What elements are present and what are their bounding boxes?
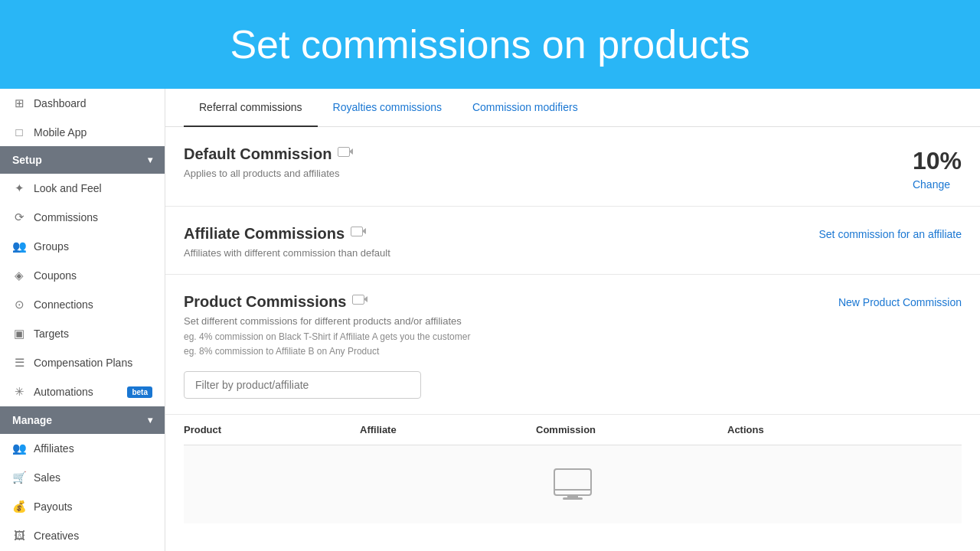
creatives-icon: 🖼 <box>12 529 26 542</box>
sidebar-item-commissions[interactable]: ⟳ Commissions <box>0 203 165 232</box>
affiliate-commissions-title: Affiliate Commissions <box>184 225 390 243</box>
video-icon-default <box>338 147 353 162</box>
svg-rect-3 <box>554 469 591 495</box>
example-text-1: eg. 4% commission on Black T-Shirt if Af… <box>184 330 470 359</box>
mobile-icon: □ <box>12 126 26 139</box>
product-commissions-section: Product Commissions Set different commis… <box>165 275 980 415</box>
payouts-icon: 💰 <box>12 500 26 514</box>
tabs-bar: Referral commissions Royalties commissio… <box>165 89 980 127</box>
product-commissions-table: Product Affiliate Commission Actions <box>165 415 980 523</box>
sales-icon: 🛒 <box>12 471 26 484</box>
connections-icon: ⊙ <box>12 298 26 311</box>
col-header-affiliate: Affiliate <box>360 424 536 435</box>
sidebar-item-mobile-app[interactable]: □ Mobile App <box>0 118 165 146</box>
sidebar-item-compensation-plans[interactable]: ☰ Compensation Plans <box>0 348 165 377</box>
default-commission-header: Default Commission Applies to all produc… <box>184 145 962 191</box>
manage-section-header[interactable]: Manage ▾ <box>0 406 165 434</box>
product-commissions-subtitle: Set different commissions for different … <box>184 315 470 327</box>
dashboard-icon: ⊞ <box>12 96 26 110</box>
sidebar-item-sales[interactable]: 🛒 Sales <box>0 463 165 492</box>
product-commissions-title: Product Commissions <box>184 293 470 311</box>
sidebar-item-coupons[interactable]: ◈ Coupons <box>0 261 165 290</box>
setup-section-header[interactable]: Setup ▾ <box>0 146 165 174</box>
commission-modifiers-tab[interactable]: Commission modifiers <box>457 89 593 127</box>
affiliate-commissions-section: Affiliate Commissions Affiliates with di… <box>165 207 980 275</box>
col-header-actions: Actions <box>727 424 962 435</box>
default-commission-subtitle: Applies to all products and affiliates <box>184 168 353 179</box>
default-commission-value: 10% <box>913 147 962 175</box>
col-header-product: Product <box>184 424 360 435</box>
default-commission-left: Default Commission Applies to all produc… <box>184 145 353 179</box>
look-icon: ✦ <box>12 181 26 195</box>
sidebar-item-creatives[interactable]: 🖼 Creatives <box>0 521 165 549</box>
referral-commissions-tab[interactable]: Referral commissions <box>184 89 318 127</box>
main-layout: ⊞ Dashboard □ Mobile App Setup ▾ ✦ Look … <box>0 89 980 551</box>
comp-plans-icon: ☰ <box>12 356 26 370</box>
sidebar-item-affiliates[interactable]: 👥 Affiliates <box>0 434 165 463</box>
affiliates-icon: 👥 <box>12 442 26 455</box>
affiliate-commissions-left: Affiliate Commissions Affiliates with di… <box>184 225 390 259</box>
svg-rect-6 <box>563 497 583 500</box>
content-area: Referral commissions Royalties commissio… <box>165 89 980 551</box>
groups-icon: 👥 <box>12 240 26 253</box>
video-icon-affiliate <box>351 227 366 242</box>
product-commissions-left: Product Commissions Set different commis… <box>184 293 470 359</box>
targets-icon: ▣ <box>12 327 26 341</box>
default-commission-section: Default Commission Applies to all produc… <box>165 127 980 207</box>
empty-table-row <box>184 445 962 523</box>
manage-chevron-icon: ▾ <box>148 415 152 425</box>
affiliate-commissions-header: Affiliate Commissions Affiliates with di… <box>184 225 962 259</box>
beta-badge: beta <box>127 386 152 398</box>
video-icon-product <box>352 295 368 310</box>
product-commissions-header: Product Commissions Set different commis… <box>184 293 962 359</box>
sidebar-item-groups[interactable]: 👥 Groups <box>0 232 165 261</box>
filter-input[interactable] <box>184 371 421 399</box>
coupons-icon: ◈ <box>12 269 26 282</box>
automations-icon: ✳ <box>12 385 26 399</box>
table-header-row: Product Affiliate Commission Actions <box>184 415 962 445</box>
sidebar-item-payouts[interactable]: 💰 Payouts <box>0 492 165 521</box>
sidebar-item-connections[interactable]: ⊙ Connections <box>0 290 165 319</box>
sidebar-item-dashboard[interactable]: ⊞ Dashboard <box>0 89 165 118</box>
svg-rect-0 <box>338 147 350 156</box>
change-commission-link[interactable]: Change <box>913 178 962 191</box>
set-commission-affiliate-link[interactable]: Set commission for an affiliate <box>819 225 962 240</box>
filter-wrap <box>184 359 962 399</box>
sidebar-item-look-and-feel[interactable]: ✦ Look and Feel <box>0 174 165 203</box>
sidebar-item-targets[interactable]: ▣ Targets <box>0 319 165 348</box>
affiliate-commissions-subtitle: Affiliates with different commission tha… <box>184 247 390 259</box>
sidebar: ⊞ Dashboard □ Mobile App Setup ▾ ✦ Look … <box>0 89 165 551</box>
default-commission-right: 10% Change <box>913 145 962 191</box>
svg-rect-1 <box>351 227 363 236</box>
setup-chevron-icon: ▾ <box>148 155 152 165</box>
default-commission-title: Default Commission <box>184 145 353 163</box>
royalties-commissions-tab[interactable]: Royalties commissions <box>318 89 457 127</box>
page-header: Set commissions on products <box>0 0 980 89</box>
new-product-commission-link[interactable]: New Product Commission <box>838 293 962 308</box>
commissions-icon: ⟳ <box>12 210 26 224</box>
col-header-commission: Commission <box>536 424 727 435</box>
sidebar-item-automations[interactable]: ✳ Automations beta <box>0 377 165 406</box>
header-title: Set commissions on products <box>230 22 750 67</box>
monitor-icon <box>554 468 592 500</box>
svg-rect-2 <box>353 295 364 304</box>
